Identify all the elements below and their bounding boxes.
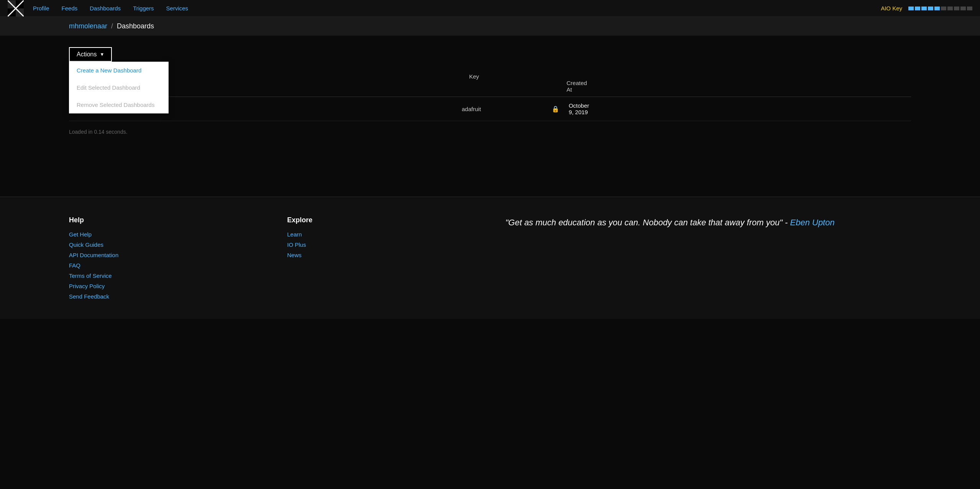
progress-seg-10 [967, 7, 972, 10]
table-row[interactable]: adafruit 🔒 October 9, 2019 [69, 97, 911, 121]
footer-help-title: Help [69, 216, 272, 224]
progress-seg-8 [954, 7, 959, 10]
attribution-prefix: - [783, 218, 790, 227]
dashboards-table: Key Created At adafruit 🔒 October 9, 201… [69, 69, 911, 121]
actions-wrapper: Actions ▼ Create a New Dashboard Edit Se… [69, 47, 112, 62]
footer: Help Get Help Quick Guides API Documenta… [0, 197, 980, 319]
nav-links: Profile Feeds Dashboards Triggers Servic… [33, 5, 881, 11]
footer-quote-text: "Get as much education as you can. Nobod… [505, 216, 911, 229]
create-new-dashboard-item[interactable]: Create a New Dashboard [69, 62, 169, 79]
aio-key-button[interactable]: AIO Key [881, 5, 902, 11]
lock-icon: 🔒 [552, 105, 559, 113]
top-nav: Profile Feeds Dashboards Triggers Servic… [0, 0, 980, 17]
col-header-created: Created At [555, 80, 587, 93]
progress-seg-7 [947, 7, 953, 10]
footer-link-news[interactable]: News [287, 252, 490, 258]
nav-link-triggers[interactable]: Triggers [133, 5, 154, 11]
nav-link-feeds[interactable]: Feeds [62, 5, 78, 11]
footer-help: Help Get Help Quick Guides API Documenta… [69, 216, 272, 304]
quote-body: "Get as much education as you can. Nobod… [505, 218, 783, 227]
footer-quote: "Get as much education as you can. Nobod… [505, 216, 911, 304]
progress-seg-6 [941, 7, 946, 10]
progress-seg-2 [915, 7, 920, 10]
progress-seg-5 [934, 7, 940, 10]
logo[interactable] [8, 0, 24, 16]
nav-link-services[interactable]: Services [166, 5, 188, 11]
col-header-lock [555, 73, 587, 80]
footer-explore-title: Explore [287, 216, 490, 224]
svg-rect-3 [8, 0, 16, 8]
footer-link-terms[interactable]: Terms of Service [69, 272, 272, 279]
progress-seg-9 [960, 7, 966, 10]
main-content: Actions ▼ Create a New Dashboard Edit Se… [0, 36, 980, 197]
quote-author: Eben Upton [790, 218, 834, 227]
remove-selected-dashboards-item[interactable]: Remove Selected Dashboards [69, 96, 169, 113]
footer-link-learn[interactable]: Learn [287, 231, 490, 238]
svg-rect-4 [16, 8, 24, 16]
breadcrumb: mhmolenaar / Dashboards [0, 17, 980, 36]
progress-seg-4 [928, 7, 933, 10]
breadcrumb-separator: / [111, 22, 113, 30]
progress-seg-1 [908, 7, 914, 10]
edit-selected-dashboard-item[interactable]: Edit Selected Dashboard [69, 79, 169, 96]
row-key: adafruit [391, 106, 552, 112]
breadcrumb-page: Dashboards [117, 22, 154, 30]
breadcrumb-user[interactable]: mhmolenaar [69, 22, 107, 30]
actions-label: Actions [77, 51, 97, 58]
actions-dropdown: Create a New Dashboard Edit Selected Das… [69, 62, 169, 113]
footer-link-io-plus[interactable]: IO Plus [287, 241, 490, 248]
progress-seg-3 [921, 7, 927, 10]
row-created-at: October 9, 2019 [565, 102, 589, 115]
footer-explore: Explore Learn IO Plus News [287, 216, 490, 304]
footer-link-get-help[interactable]: Get Help [69, 231, 272, 238]
nav-link-dashboards[interactable]: Dashboards [90, 5, 121, 11]
actions-button[interactable]: Actions ▼ [69, 47, 112, 62]
footer-link-feedback[interactable]: Send Feedback [69, 293, 272, 300]
footer-link-faq[interactable]: FAQ [69, 262, 272, 269]
footer-link-api-docs[interactable]: API Documentation [69, 252, 272, 258]
table-header: Key Created At [69, 69, 911, 97]
chevron-down-icon: ▼ [100, 52, 104, 57]
loaded-time: Loaded in 0.14 seconds. [69, 129, 911, 135]
footer-link-quick-guides[interactable]: Quick Guides [69, 241, 272, 248]
nav-link-profile[interactable]: Profile [33, 5, 49, 11]
progress-bar [908, 7, 972, 10]
col-header-key: Key [393, 73, 555, 80]
footer-link-privacy[interactable]: Privacy Policy [69, 283, 272, 289]
